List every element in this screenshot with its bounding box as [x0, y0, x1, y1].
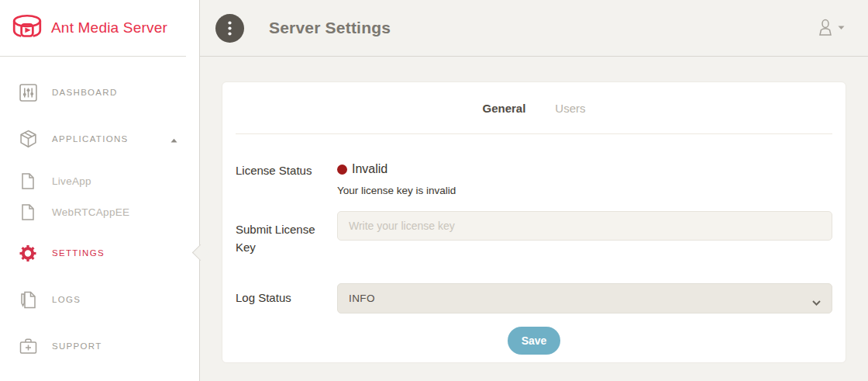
- cube-icon: [19, 130, 37, 148]
- license-status-line: Invalid: [337, 162, 832, 176]
- tab-users[interactable]: Users: [555, 102, 585, 115]
- tab-general[interactable]: General: [482, 102, 525, 115]
- file-icon: [19, 171, 37, 190]
- sidebar-nav: DASHBOARD APPLICATIONS: [0, 57, 199, 362]
- sidebar-item-webrtcappee[interactable]: WebRTCAppEE: [0, 196, 199, 227]
- license-status-label: License Status: [236, 162, 337, 196]
- kebab-menu-button[interactable]: [215, 14, 244, 43]
- sidebar-item-support[interactable]: SUPPORT: [0, 331, 199, 362]
- sidebar-item-label: SETTINGS: [52, 248, 105, 258]
- license-status-value: Invalid: [352, 162, 388, 176]
- status-dot-icon: [337, 165, 347, 175]
- sidebar-item-label: APPLICATIONS: [52, 134, 128, 144]
- app-window: Ant Media Server DASHBOARD: [0, 0, 868, 381]
- tabs: General Users: [222, 82, 846, 133]
- sidebar-item-label: SUPPORT: [52, 341, 102, 351]
- user-menu-button[interactable]: [818, 19, 845, 37]
- document-pencil-icon: [19, 290, 37, 309]
- log-status-label: Log Status: [236, 289, 337, 307]
- license-status-row: License Status Invalid Your license key …: [236, 162, 832, 196]
- save-button[interactable]: Save: [508, 327, 560, 355]
- sidebar-item-label: LOGS: [52, 295, 81, 304]
- log-status-row: Log Status INFO: [236, 283, 832, 313]
- server-settings-card: General Users License Status Invalid You…: [222, 81, 846, 363]
- sidebar-item-label: DASHBOARD: [52, 88, 118, 97]
- sidebar-item-label: WebRTCAppEE: [52, 206, 129, 218]
- log-status-field: INFO: [337, 283, 832, 313]
- main-area: Server Settings General Users: [200, 0, 868, 381]
- sidebar-item-dashboard[interactable]: DASHBOARD: [0, 75, 199, 109]
- sidebar-item-settings[interactable]: SETTINGS: [0, 237, 199, 268]
- brand-name: Ant Media Server: [51, 19, 167, 36]
- chevron-down-icon: [838, 26, 845, 30]
- save-row: Save: [236, 327, 832, 355]
- kebab-menu-icon: [228, 21, 232, 36]
- license-status-description: Your license key is invalid: [337, 185, 832, 196]
- sliders-icon: [19, 83, 37, 102]
- license-status-value-block: Invalid Your license key is invalid: [337, 162, 832, 196]
- file-icon: [19, 203, 37, 221]
- sidebar-item-liveapp[interactable]: LiveApp: [0, 165, 199, 196]
- general-form: License Status Invalid Your license key …: [222, 162, 846, 355]
- license-key-input[interactable]: [337, 211, 832, 241]
- ant-media-logo-icon: [11, 13, 43, 43]
- sidebar-item-logs[interactable]: LOGS: [0, 284, 199, 315]
- content-area: General Users License Status Invalid You…: [200, 57, 868, 363]
- gear-icon: [19, 244, 37, 262]
- chevron-up-icon: [170, 132, 177, 146]
- tabs-divider: [236, 133, 832, 134]
- license-key-row: Submit License Key: [236, 211, 832, 256]
- page-title: Server Settings: [269, 19, 391, 37]
- first-aid-kit-icon: [19, 337, 37, 355]
- sidebar: Ant Media Server DASHBOARD: [0, 0, 200, 381]
- user-icon: [818, 19, 834, 37]
- license-key-field: [337, 211, 832, 256]
- brand-logo[interactable]: Ant Media Server: [0, 0, 186, 57]
- sidebar-item-applications[interactable]: APPLICATIONS: [0, 122, 199, 156]
- log-status-select[interactable]: INFO: [337, 283, 832, 313]
- sidebar-item-label: LiveApp: [52, 175, 91, 187]
- license-key-label: Submit License Key: [236, 211, 337, 256]
- top-bar: Server Settings: [200, 0, 868, 57]
